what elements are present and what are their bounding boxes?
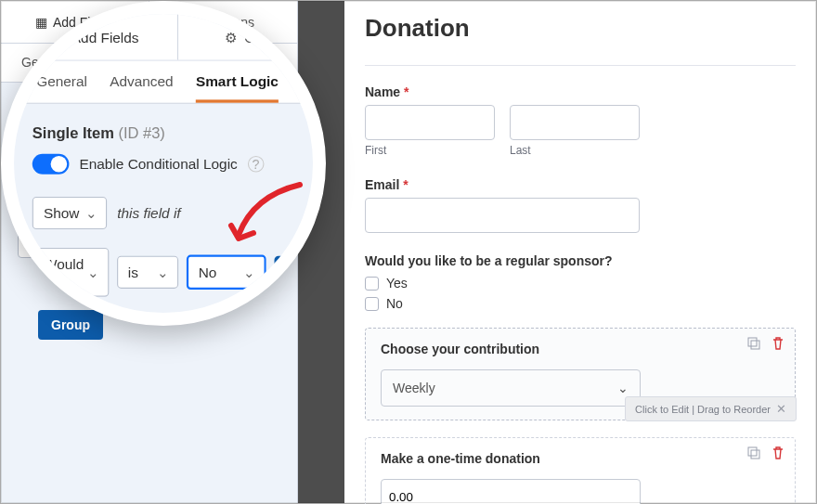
tab-general[interactable]: General: [36, 73, 87, 103]
enable-conditional-label: Enable Conditional Logic: [79, 156, 237, 173]
one-time-amount-input[interactable]: [381, 479, 641, 504]
chevron-down-icon: ⌄: [85, 205, 97, 222]
tab-advanced[interactable]: Advanced: [110, 73, 174, 103]
rule-suffix-text: this field if: [117, 205, 180, 222]
magnifier-lens: ▦ Add Fields ⚙ Options General Advanced …: [1, 1, 326, 326]
form-title: Donation: [365, 14, 796, 43]
delete-icon[interactable]: [771, 336, 785, 351]
first-name-input[interactable]: [365, 105, 495, 140]
rule-operator-select[interactable]: is ⌄: [117, 256, 178, 289]
annotation-arrow: [226, 179, 309, 253]
sponsor-yes-checkbox[interactable]: [365, 277, 379, 291]
delete-icon[interactable]: [771, 446, 785, 460]
field-header: Single Item (ID #3): [14, 104, 326, 150]
grid-icon: ▦: [35, 15, 47, 30]
svg-rect-2: [748, 447, 757, 456]
svg-rect-0: [748, 338, 757, 346]
divider: [365, 65, 796, 66]
sponsor-question-label: Would you like to be a regular sponsor?: [365, 253, 796, 268]
one-time-field-card[interactable]: Make a one-time donation: [365, 437, 796, 504]
group-button[interactable]: Group: [38, 310, 103, 340]
svg-rect-1: [751, 341, 759, 349]
contribution-select[interactable]: Weekly ⌄: [381, 369, 641, 407]
name-label: Name *: [365, 84, 796, 99]
sponsor-no-label: No: [386, 296, 403, 311]
first-sublabel: First: [365, 144, 495, 157]
chevron-down-icon: ⌄: [87, 265, 99, 281]
action-select[interactable]: Show ⌄: [32, 197, 107, 229]
contribution-field-card[interactable]: Choose your contribution Weekly ⌄ Click …: [365, 328, 796, 420]
svg-rect-3: [751, 450, 759, 459]
contribution-label: Choose your contribution: [381, 342, 780, 356]
sliders-icon: ⚙: [225, 29, 238, 45]
last-name-input[interactable]: [510, 105, 640, 140]
chevron-down-icon: ⌄: [617, 381, 629, 395]
chevron-down-icon: ⌄: [243, 265, 255, 281]
one-time-label: Make a one-time donation: [381, 451, 780, 466]
email-label: Email *: [365, 177, 796, 192]
edit-reorder-hint: Click to Edit | Drag to Reorder ✕: [625, 396, 797, 421]
close-icon[interactable]: ✕: [776, 402, 786, 416]
sponsor-yes-label: Yes: [386, 276, 408, 291]
tab-smart-logic[interactable]: Smart Logic: [196, 73, 279, 103]
sponsor-no-checkbox[interactable]: [365, 297, 379, 311]
enable-conditional-toggle[interactable]: [32, 154, 70, 174]
last-sublabel: Last: [510, 144, 640, 157]
duplicate-icon[interactable]: [746, 446, 761, 460]
form-preview: Donation Name * First Last Email * Would…: [344, 1, 816, 503]
chevron-down-icon: ⌄: [157, 265, 169, 281]
rule-value-select[interactable]: No ⌄: [186, 255, 266, 290]
duplicate-icon[interactable]: [746, 336, 761, 351]
email-input[interactable]: [365, 198, 640, 233]
help-icon[interactable]: ?: [248, 156, 265, 173]
